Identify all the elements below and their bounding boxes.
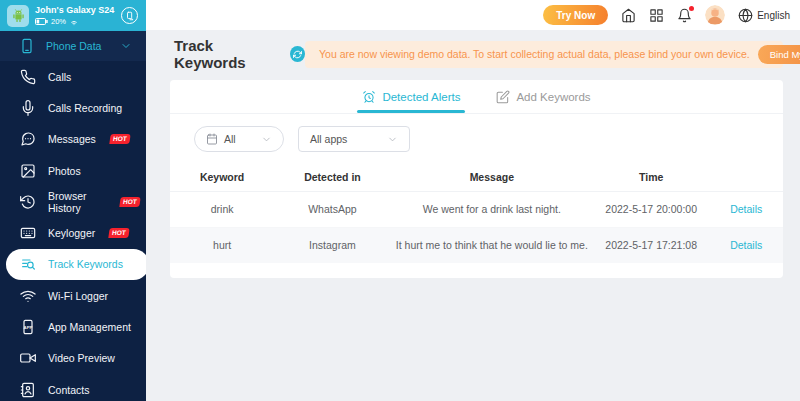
message-cell: We went for a drink last night. (391, 191, 593, 227)
banner-text: You are now viewing demo data. To start … (319, 48, 750, 60)
wifi-status-icon (69, 18, 79, 26)
wifi-icon (20, 288, 36, 304)
sidebar-item-video-preview[interactable]: Video Preview (0, 343, 146, 374)
details-link[interactable]: Details (730, 203, 762, 215)
smartphone-icon (19, 38, 35, 54)
video-icon (20, 350, 36, 366)
tab-add-keywords[interactable]: Add Keywords (496, 80, 590, 113)
column-header: Message (391, 163, 593, 191)
tabs: Detected Alerts Add Keywords (170, 80, 783, 114)
sidebar: John's Galaxy S24 20% Phone Data Calls C… (0, 0, 146, 401)
svg-text:APP: APP (24, 325, 33, 330)
language-selector[interactable]: English (738, 8, 790, 23)
main-area: Try Now English Track Keywords You are n… (146, 0, 800, 401)
calendar-icon (206, 133, 218, 145)
time-cell: 2022-5-17 17:21:08 (593, 227, 709, 263)
chat-icon (20, 131, 36, 147)
mic-icon (20, 100, 36, 116)
battery-level: 20% (51, 17, 66, 26)
table-row: drink WhatsApp We went for a drink last … (170, 191, 783, 227)
date-filter-dropdown[interactable]: All (194, 126, 284, 152)
avatar[interactable] (705, 5, 725, 25)
sidebar-item-wi-fi-logger[interactable]: Wi-Fi Logger (0, 280, 146, 311)
page-header: Track Keywords You are now viewing demo … (170, 37, 783, 71)
globe-icon (738, 8, 753, 23)
page-title: Track Keywords (174, 37, 281, 71)
battery-icon (35, 18, 48, 25)
apps-grid-icon[interactable] (649, 8, 664, 23)
alerts-table: KeywordDetected inMessageTime drink What… (170, 163, 783, 263)
sidebar-item-calls[interactable]: Calls (0, 61, 146, 92)
content: Track Keywords You are now viewing demo … (146, 30, 800, 401)
track-search-icon (20, 256, 36, 272)
table-row: hurt Instagram It hurt me to think that … (170, 227, 783, 263)
detected-in-cell: Instagram (274, 227, 390, 263)
keyword-cell: drink (170, 191, 274, 227)
keyword-cell: hurt (170, 227, 274, 263)
sidebar-item-track-keywords[interactable]: Track Keywords (6, 249, 146, 280)
table-header-row: KeywordDetected inMessageTime (170, 163, 783, 191)
photo-icon (20, 163, 36, 179)
device-name: John's Galaxy S24 (35, 5, 115, 15)
message-cell: It hurt me to think that he would lie to… (391, 227, 593, 263)
sidebar-item-photos[interactable]: Photos (0, 155, 146, 186)
topbar: Try Now English (146, 0, 800, 30)
filters: All All apps (170, 114, 783, 163)
column-header (709, 163, 783, 191)
date-filter-value: All (224, 133, 236, 145)
app-icon: APP (20, 319, 36, 335)
chevron-down-icon (261, 134, 272, 145)
hot-badge: HOT (109, 228, 130, 238)
android-icon (7, 5, 29, 27)
detected-in-cell: WhatsApp (274, 191, 390, 227)
hot-badge: HOT (120, 197, 141, 207)
home-icon[interactable] (621, 8, 636, 23)
demo-data-banner: You are now viewing demo data. To start … (305, 41, 783, 68)
hot-badge: HOT (109, 134, 130, 144)
notification-dot (689, 6, 694, 11)
keyboard-icon (20, 225, 36, 241)
app-filter-dropdown[interactable]: All apps (298, 126, 410, 152)
column-header: Time (593, 163, 709, 191)
details-link[interactable]: Details (730, 239, 762, 251)
sidebar-item-calls-recording[interactable]: Calls Recording (0, 92, 146, 123)
switch-device-icon[interactable] (121, 7, 138, 24)
bind-device-button[interactable]: Bind My Device (758, 45, 800, 64)
history-icon (20, 194, 36, 210)
notifications-bell-icon[interactable] (677, 8, 692, 23)
chevron-down-icon (120, 40, 132, 52)
alarm-icon (362, 90, 376, 104)
language-label: English (757, 10, 790, 21)
time-cell: 2022-5-17 20:00:00 (593, 191, 709, 227)
keywords-card: Detected Alerts Add Keywords All All app (170, 80, 783, 278)
sidebar-menu: Calls Calls Recording Messages HOT Photo… (0, 61, 146, 401)
chevron-down-icon (387, 134, 398, 145)
sidebar-item-messages[interactable]: Messages HOT (0, 124, 146, 155)
sidebar-section-phone-data[interactable]: Phone Data (0, 31, 146, 61)
sidebar-item-keylogger[interactable]: Keylogger HOT (0, 217, 146, 248)
sidebar-item-browser-history[interactable]: Browser History HOT (0, 186, 146, 217)
try-now-button[interactable]: Try Now (543, 5, 608, 25)
phone-call-icon (20, 69, 36, 85)
refresh-icon[interactable] (290, 46, 305, 62)
app-filter-value: All apps (310, 133, 347, 145)
sidebar-item-contacts[interactable]: Contacts (0, 374, 146, 401)
compose-icon (496, 90, 510, 104)
sidebar-item-app-management[interactable]: APP App Management (0, 311, 146, 342)
contacts-icon (20, 382, 36, 398)
device-header[interactable]: John's Galaxy S24 20% (0, 0, 146, 31)
column-header: Keyword (170, 163, 274, 191)
tab-detected-alerts[interactable]: Detected Alerts (362, 80, 460, 113)
app-window: John's Galaxy S24 20% Phone Data Calls C… (0, 0, 800, 401)
column-header: Detected in (274, 163, 390, 191)
sidebar-section-label: Phone Data (46, 40, 101, 52)
